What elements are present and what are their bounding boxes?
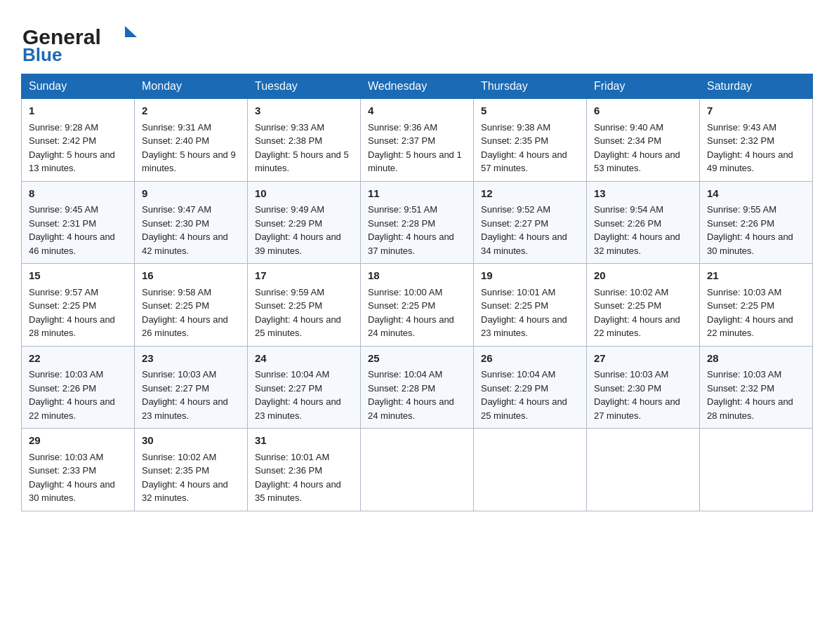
day-number: 24 (255, 351, 353, 367)
day-cell: 18 Sunrise: 10:00 AMSunset: 2:25 PMDayli… (361, 264, 474, 347)
day-cell (587, 429, 700, 511)
day-info: Sunrise: 9:51 AMSunset: 2:28 PMDaylight:… (368, 204, 454, 256)
day-cell: 6 Sunrise: 9:40 AMSunset: 2:34 PMDayligh… (587, 99, 700, 182)
svg-text:Blue: Blue (22, 44, 62, 65)
day-info: Sunrise: 10:00 AMSunset: 2:25 PMDaylight… (368, 287, 454, 339)
day-number: 22 (29, 351, 127, 367)
day-number: 15 (29, 268, 127, 284)
day-info: Sunrise: 9:54 AMSunset: 2:26 PMDaylight:… (594, 204, 680, 256)
day-info: Sunrise: 10:03 AMSunset: 2:27 PMDaylight… (142, 369, 228, 421)
day-info: Sunrise: 9:28 AMSunset: 2:42 PMDaylight:… (29, 122, 115, 174)
day-cell: 28 Sunrise: 10:03 AMSunset: 2:32 PMDayli… (700, 346, 813, 429)
day-number: 3 (255, 103, 353, 119)
day-number: 6 (594, 103, 692, 119)
day-info: Sunrise: 10:03 AMSunset: 2:32 PMDaylight… (707, 369, 793, 421)
day-number: 10 (255, 186, 353, 202)
day-cell: 27 Sunrise: 10:03 AMSunset: 2:30 PMDayli… (587, 346, 700, 429)
day-number: 12 (481, 186, 579, 202)
day-cell: 29 Sunrise: 10:03 AMSunset: 2:33 PMDayli… (22, 429, 135, 511)
day-cell: 9 Sunrise: 9:47 AMSunset: 2:30 PMDayligh… (135, 181, 248, 264)
day-info: Sunrise: 9:49 AMSunset: 2:29 PMDaylight:… (255, 204, 341, 256)
day-cell: 10 Sunrise: 9:49 AMSunset: 2:29 PMDaylig… (248, 181, 361, 264)
day-cell: 19 Sunrise: 10:01 AMSunset: 2:25 PMDayli… (474, 264, 587, 347)
day-cell (700, 429, 813, 511)
day-info: Sunrise: 9:33 AMSunset: 2:38 PMDaylight:… (255, 122, 349, 174)
day-info: Sunrise: 10:01 AMSunset: 2:25 PMDaylight… (481, 287, 567, 339)
day-info: Sunrise: 10:04 AMSunset: 2:28 PMDaylight… (368, 369, 454, 421)
day-cell: 1 Sunrise: 9:28 AMSunset: 2:42 PMDayligh… (22, 99, 135, 182)
weekday-header-friday: Friday (587, 74, 700, 99)
svg-marker-1 (125, 26, 137, 37)
day-number: 28 (707, 351, 805, 367)
page-header: General Blue (21, 14, 813, 67)
day-info: Sunrise: 9:59 AMSunset: 2:25 PMDaylight:… (255, 287, 341, 339)
weekday-header-tuesday: Tuesday (248, 74, 361, 99)
day-info: Sunrise: 9:40 AMSunset: 2:34 PMDaylight:… (594, 122, 680, 174)
day-number: 21 (707, 268, 805, 284)
day-number: 16 (142, 268, 240, 284)
day-info: Sunrise: 9:31 AMSunset: 2:40 PMDaylight:… (142, 122, 236, 174)
day-number: 30 (142, 433, 240, 449)
week-row-3: 15 Sunrise: 9:57 AMSunset: 2:25 PMDaylig… (22, 264, 813, 347)
day-info: Sunrise: 9:43 AMSunset: 2:32 PMDaylight:… (707, 122, 793, 174)
day-cell (361, 429, 474, 511)
day-info: Sunrise: 9:57 AMSunset: 2:25 PMDaylight:… (29, 287, 115, 339)
calendar-table: SundayMondayTuesdayWednesdayThursdayFrid… (21, 74, 813, 511)
day-number: 7 (707, 103, 805, 119)
day-info: Sunrise: 9:36 AMSunset: 2:37 PMDaylight:… (368, 122, 462, 174)
day-cell: 7 Sunrise: 9:43 AMSunset: 2:32 PMDayligh… (700, 99, 813, 182)
day-number: 2 (142, 103, 240, 119)
day-cell: 26 Sunrise: 10:04 AMSunset: 2:29 PMDayli… (474, 346, 587, 429)
day-number: 5 (481, 103, 579, 119)
day-info: Sunrise: 9:58 AMSunset: 2:25 PMDaylight:… (142, 287, 228, 339)
day-cell: 14 Sunrise: 9:55 AMSunset: 2:26 PMDaylig… (700, 181, 813, 264)
weekday-header-saturday: Saturday (700, 74, 813, 99)
day-cell: 8 Sunrise: 9:45 AMSunset: 2:31 PMDayligh… (22, 181, 135, 264)
day-number: 4 (368, 103, 466, 119)
day-cell: 17 Sunrise: 9:59 AMSunset: 2:25 PMDaylig… (248, 264, 361, 347)
day-info: Sunrise: 10:03 AMSunset: 2:30 PMDaylight… (594, 369, 680, 421)
day-number: 8 (29, 186, 127, 202)
day-cell: 4 Sunrise: 9:36 AMSunset: 2:37 PMDayligh… (361, 99, 474, 182)
day-info: Sunrise: 10:04 AMSunset: 2:27 PMDaylight… (255, 369, 341, 421)
day-cell: 23 Sunrise: 10:03 AMSunset: 2:27 PMDayli… (135, 346, 248, 429)
day-number: 20 (594, 268, 692, 284)
day-cell: 20 Sunrise: 10:02 AMSunset: 2:25 PMDayli… (587, 264, 700, 347)
day-cell: 11 Sunrise: 9:51 AMSunset: 2:28 PMDaylig… (361, 181, 474, 264)
weekday-header-row: SundayMondayTuesdayWednesdayThursdayFrid… (22, 74, 813, 99)
day-cell: 31 Sunrise: 10:01 AMSunset: 2:36 PMDayli… (248, 429, 361, 511)
day-cell: 30 Sunrise: 10:02 AMSunset: 2:35 PMDayli… (135, 429, 248, 511)
day-info: Sunrise: 10:03 AMSunset: 2:26 PMDaylight… (29, 369, 115, 421)
day-number: 25 (368, 351, 466, 367)
day-cell: 2 Sunrise: 9:31 AMSunset: 2:40 PMDayligh… (135, 99, 248, 182)
day-number: 26 (481, 351, 579, 367)
day-info: Sunrise: 10:03 AMSunset: 2:25 PMDaylight… (707, 287, 793, 339)
week-row-5: 29 Sunrise: 10:03 AMSunset: 2:33 PMDayli… (22, 429, 813, 511)
day-cell: 16 Sunrise: 9:58 AMSunset: 2:25 PMDaylig… (135, 264, 248, 347)
day-info: Sunrise: 10:01 AMSunset: 2:36 PMDaylight… (255, 452, 341, 504)
day-info: Sunrise: 10:02 AMSunset: 2:25 PMDaylight… (594, 287, 680, 339)
day-number: 17 (255, 268, 353, 284)
logo-svg: General Blue (21, 18, 147, 67)
day-number: 27 (594, 351, 692, 367)
day-number: 23 (142, 351, 240, 367)
day-cell: 13 Sunrise: 9:54 AMSunset: 2:26 PMDaylig… (587, 181, 700, 264)
day-number: 29 (29, 433, 127, 449)
day-number: 1 (29, 103, 127, 119)
day-info: Sunrise: 9:45 AMSunset: 2:31 PMDaylight:… (29, 204, 115, 256)
weekday-header-wednesday: Wednesday (361, 74, 474, 99)
day-info: Sunrise: 9:38 AMSunset: 2:35 PMDaylight:… (481, 122, 567, 174)
day-cell: 15 Sunrise: 9:57 AMSunset: 2:25 PMDaylig… (22, 264, 135, 347)
day-cell: 25 Sunrise: 10:04 AMSunset: 2:28 PMDayli… (361, 346, 474, 429)
day-number: 31 (255, 433, 353, 449)
day-info: Sunrise: 10:03 AMSunset: 2:33 PMDaylight… (29, 452, 115, 504)
weekday-header-thursday: Thursday (474, 74, 587, 99)
day-number: 19 (481, 268, 579, 284)
day-info: Sunrise: 9:52 AMSunset: 2:27 PMDaylight:… (481, 204, 567, 256)
day-cell: 22 Sunrise: 10:03 AMSunset: 2:26 PMDayli… (22, 346, 135, 429)
day-number: 11 (368, 186, 466, 202)
weekday-header-sunday: Sunday (22, 74, 135, 99)
week-row-4: 22 Sunrise: 10:03 AMSunset: 2:26 PMDayli… (22, 346, 813, 429)
day-number: 13 (594, 186, 692, 202)
week-row-2: 8 Sunrise: 9:45 AMSunset: 2:31 PMDayligh… (22, 181, 813, 264)
